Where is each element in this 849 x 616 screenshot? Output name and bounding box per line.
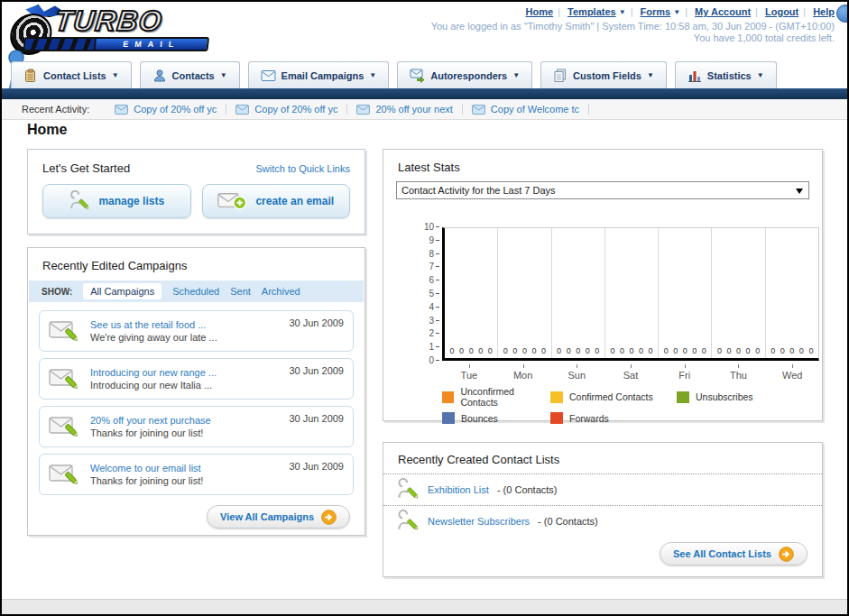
y-tick-label: 8 xyxy=(429,250,439,259)
envelope-pencil-icon xyxy=(49,461,81,488)
recent-activity-item[interactable]: Copy of 20% off yc xyxy=(106,104,226,115)
data-value-label: 0 xyxy=(557,346,561,355)
tab-contacts[interactable]: Contacts▼ xyxy=(140,61,240,88)
data-value-label: 0 xyxy=(755,346,760,355)
y-tick-label: 3 xyxy=(429,317,439,326)
chevron-down-icon: ▼ xyxy=(112,71,119,79)
data-value-label: 0 xyxy=(629,346,633,355)
contact-list-link[interactable]: Exhibition List xyxy=(428,484,489,495)
data-value-label: 0 xyxy=(576,346,580,355)
legend-label: Bounces xyxy=(461,413,498,424)
filter-archived[interactable]: Archived xyxy=(262,286,300,297)
stats-period-select[interactable]: Contact Activity for the Last 7 Days xyxy=(396,181,809,199)
campaign-title[interactable]: Introducing our new range ... xyxy=(90,367,217,378)
campaign-title[interactable]: Welcome to our email list xyxy=(90,463,203,473)
nav-link-forms[interactable]: Forms xyxy=(641,6,671,17)
campaign-row[interactable]: See us at the retail food ... We're givi… xyxy=(39,310,354,352)
nav-link-help[interactable]: Help xyxy=(813,6,835,17)
filter-scheduled[interactable]: Scheduled xyxy=(172,286,219,297)
data-value-label: 0 xyxy=(649,346,653,355)
campaign-desc: Thanks for joining our list! xyxy=(90,428,211,438)
footer-strip xyxy=(2,599,847,614)
tab-statistics[interactable]: Statistics▼ xyxy=(675,61,777,88)
person-pencil-icon xyxy=(396,510,420,533)
campaign-row[interactable]: Introducing our new range ... Introducin… xyxy=(39,358,354,400)
recent-activity-label: Recent Activity: xyxy=(22,104,89,115)
chevron-down-icon: ▼ xyxy=(220,71,227,79)
contacts-icon xyxy=(152,69,167,83)
arrow-circle-icon xyxy=(321,510,337,525)
nav-divider-bar xyxy=(2,88,847,99)
campaign-title[interactable]: 20% off your next purchase xyxy=(90,415,211,426)
campaign-date: 30 Jun 2009 xyxy=(289,461,344,472)
filter-all-campaigns[interactable]: All Campaigns xyxy=(83,283,161,299)
envelope-pencil-icon xyxy=(49,365,81,392)
data-value-label: 0 xyxy=(488,346,493,355)
data-value-label: 0 xyxy=(808,346,813,355)
nav-link-my-account[interactable]: My Account xyxy=(695,6,751,17)
view-all-campaigns-label: View All Campaigns xyxy=(220,511,314,522)
legend-label: Confirmed Contacts xyxy=(569,391,653,402)
campaign-desc: Thanks for joining our list! xyxy=(90,475,203,486)
data-value-label: 0 xyxy=(595,346,599,355)
chart-plot: 00000000000000000000000000000000000 xyxy=(442,227,819,361)
tab-label: Contact Lists xyxy=(43,70,106,81)
legend-swatch xyxy=(550,391,563,403)
tab-contact-lists[interactable]: Contact Lists▼ xyxy=(11,61,132,88)
logo-text-email: EMAIL xyxy=(96,40,208,49)
envelope-icon xyxy=(356,105,370,115)
legend-swatch xyxy=(442,412,455,424)
see-all-contact-lists-button[interactable]: See All Contact Lists xyxy=(660,542,807,565)
chart-day-group: 00000 xyxy=(445,228,498,358)
contact-list-link[interactable]: Newsletter Subscribers xyxy=(428,516,530,527)
legend-item: Forwards xyxy=(550,412,677,424)
recent-activity-item[interactable]: Copy of Welcome tc xyxy=(463,104,589,115)
campaign-row[interactable]: 20% off your next purchase Thanks for jo… xyxy=(39,406,354,447)
recent-activity-item[interactable]: Copy of 20% off yc xyxy=(226,104,347,115)
activity-item-label: 20% off your next xyxy=(375,104,452,115)
credits-remaining: You have 1,000 total credits left. xyxy=(694,32,835,43)
x-tick-label: Fri xyxy=(658,366,712,381)
help-bubble-icon[interactable] xyxy=(836,5,849,23)
campaign-date: 30 Jun 2009 xyxy=(289,365,344,376)
envelope-icon xyxy=(115,105,128,115)
chevron-down-icon: ▼ xyxy=(757,71,764,79)
app-window: TURBO EMAIL Home| Templates ▼| Forms ▼| … xyxy=(0,0,849,616)
latest-stats-title: Latest Stats xyxy=(383,150,822,181)
switch-quick-links[interactable]: Switch to Quick Links xyxy=(255,163,350,174)
nav-link-home[interactable]: Home xyxy=(526,6,554,17)
data-value-label: 0 xyxy=(450,346,455,355)
y-tick-label: 10 xyxy=(424,223,439,232)
nav-link-logout[interactable]: Logout xyxy=(765,6,798,17)
recent-activity-item[interactable]: 20% off your next xyxy=(347,104,462,115)
data-value-label: 0 xyxy=(771,346,775,355)
contact-lists-panel: Recently Created Contact Lists Exhibitio… xyxy=(383,442,823,577)
contact-list-item[interactable]: Newsletter Subscribers - (0 Contacts) xyxy=(383,505,822,537)
see-all-contact-lists-label: See All Contact Lists xyxy=(673,548,771,559)
legend-label: Unsubscribes xyxy=(696,391,753,402)
view-all-campaigns-button[interactable]: View All Campaigns xyxy=(207,505,350,529)
tab-autoresponders[interactable]: Autoresponders▼ xyxy=(397,61,532,88)
contact-list-count: - (0 Contacts) xyxy=(497,484,558,495)
data-value-label: 0 xyxy=(503,346,508,355)
contact-lists-icon xyxy=(23,69,38,83)
create-email-button[interactable]: create an email xyxy=(202,184,351,218)
tab-email-campaigns[interactable]: Email Campaigns▼ xyxy=(248,61,390,88)
filter-sent[interactable]: Sent xyxy=(230,286,251,297)
chevron-down-icon: ▼ xyxy=(369,71,376,79)
envelope-pencil-icon xyxy=(49,317,81,345)
contact-list-item[interactable]: Exhibition List - (0 Contacts) xyxy=(383,473,822,505)
envelope-pencil-icon xyxy=(49,413,81,440)
chevron-down-icon: ▼ xyxy=(647,71,654,79)
manage-lists-button[interactable]: manage lists xyxy=(42,184,191,218)
activity-item-label: Copy of Welcome tc xyxy=(491,104,579,115)
legend-item: Unsubscribes xyxy=(677,386,812,408)
campaign-row[interactable]: Welcome to our email list Thanks for joi… xyxy=(39,454,354,495)
legend-item: Bounces xyxy=(442,412,550,424)
legend-label: Forwards xyxy=(569,413,609,424)
campaign-title[interactable]: See us at the retail food ... xyxy=(90,319,217,330)
chart-x-labels: TueMonSunSatFriThuWed xyxy=(442,366,819,381)
nav-link-templates[interactable]: Templates xyxy=(568,6,616,17)
tab-custom-fields[interactable]: Custom Fields▼ xyxy=(540,61,667,88)
person-pencil-icon xyxy=(69,190,90,212)
